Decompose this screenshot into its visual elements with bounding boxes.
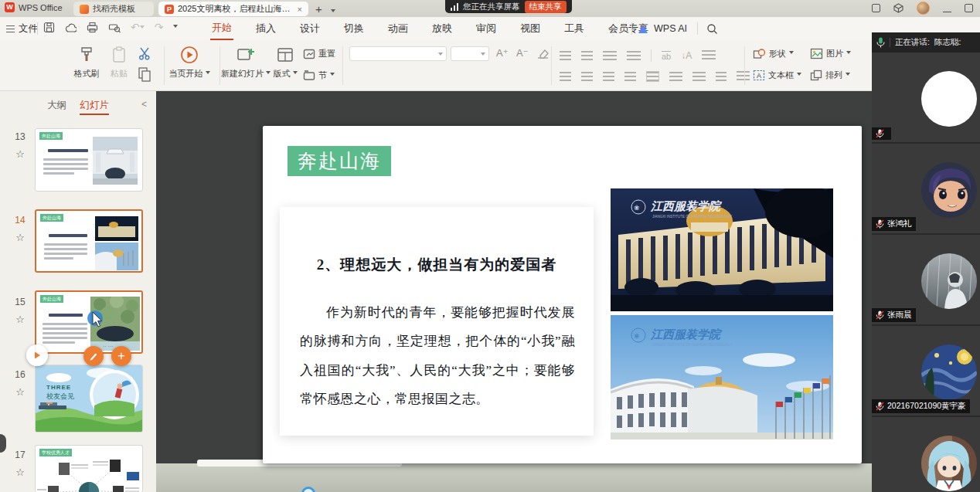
justify-icon[interactable]	[624, 72, 636, 81]
slide-14-star-icon[interactable]: ☆	[12, 232, 28, 243]
play-circle-icon	[180, 46, 199, 64]
close-tab-icon[interactable]: ×	[298, 5, 302, 14]
reset-label: 重置	[318, 48, 335, 59]
layout-button[interactable]: 版式	[267, 45, 303, 80]
align-right-icon[interactable]	[603, 72, 614, 81]
tab-tools[interactable]: 工具	[563, 18, 586, 39]
picture-icon	[810, 48, 823, 59]
wps-office-app-tab[interactable]: W WPS Office	[5, 2, 63, 12]
play-from-current-button[interactable]: 当页开始	[165, 45, 213, 80]
decrease-indent-icon[interactable]	[603, 51, 617, 60]
tab-animations[interactable]: 动画	[386, 18, 410, 39]
textbox-label: 文本框	[768, 70, 794, 81]
tab-home[interactable]: 开始	[210, 17, 233, 40]
tab-view[interactable]: 视图	[519, 18, 542, 39]
participant-tile[interactable]	[872, 417, 980, 492]
slide-13-thumbnail[interactable]: 奔赴山海	[35, 128, 143, 192]
participant-tile[interactable]	[872, 53, 980, 144]
slide-13-star-icon[interactable]: ☆	[12, 148, 28, 160]
search-icon[interactable]	[706, 23, 718, 35]
column-spacing-icon[interactable]	[692, 72, 706, 81]
account-avatar[interactable]	[917, 2, 930, 15]
cube-3d-icon[interactable]	[893, 3, 903, 13]
restore-layout-icon[interactable]	[872, 4, 880, 12]
numbered-list-icon[interactable]	[581, 51, 593, 60]
picture-button[interactable]: 图片	[810, 48, 851, 59]
outline-tab[interactable]: 大纲	[47, 100, 66, 110]
increase-indent-icon[interactable]	[627, 51, 641, 60]
add-slide-plus-button[interactable]: +	[111, 346, 131, 366]
current-slide[interactable]: 奔赴山海 2、理想远大，做担当有为的爱国者 作为新时代的青年，要能够把握时代发展…	[263, 126, 862, 463]
wps-ai-label[interactable]: WPS AI	[654, 23, 687, 34]
arrange-button[interactable]: 排列	[810, 70, 850, 81]
reset-button[interactable]: 重置	[303, 48, 335, 59]
participant-tile[interactable]: 202167021090黄宇豪	[872, 326, 980, 417]
slide-17-thumbnail[interactable]: 学校优秀人才	[35, 445, 143, 492]
cut-button[interactable]	[138, 46, 151, 63]
clear-format-button[interactable]	[536, 48, 550, 61]
slide-17-star-icon[interactable]: ☆	[12, 467, 28, 478]
align-left-icon[interactable]	[560, 72, 571, 81]
slide-17-number: 17	[11, 450, 29, 460]
undo-icon[interactable]: ↶	[131, 21, 145, 33]
section-button[interactable]: 节	[303, 70, 335, 81]
paste-button[interactable]: 粘贴	[106, 45, 132, 80]
participant-tile[interactable]: 张鸿礼	[872, 144, 980, 235]
line-spacing-icon[interactable]	[716, 72, 726, 81]
row-spacing-icon[interactable]	[669, 72, 682, 81]
maximize-button[interactable]	[965, 4, 973, 12]
copy-button[interactable]	[138, 66, 151, 84]
smartart-convert-icon[interactable]	[702, 50, 716, 61]
slide-text-card[interactable]: 2、理想远大，做担当有为的爱国者 作为新时代的青年，要能够把握时代发展的脉搏和方…	[280, 207, 594, 436]
align-center-icon[interactable]	[581, 72, 593, 81]
file-menu-button[interactable]: 文件	[6, 22, 38, 36]
participant-chip	[872, 127, 891, 140]
new-tab-button[interactable]: +	[315, 2, 322, 15]
participant-tile[interactable]: 张雨晨	[872, 235, 980, 326]
slide-15-star-icon[interactable]: ☆	[12, 314, 28, 325]
tab-review[interactable]: 审阅	[475, 18, 498, 39]
scissors-icon	[138, 46, 151, 60]
save-icon[interactable]	[43, 22, 55, 33]
text-direction-icon[interactable]: ab	[662, 51, 671, 61]
hamburger-icon	[6, 25, 15, 32]
format-painter-button[interactable]: 格式刷	[71, 45, 102, 80]
slide-14-thumbnail-selected[interactable]: 奔赴山海	[35, 209, 143, 273]
slide-16-star-icon[interactable]: ☆	[12, 386, 28, 398]
increase-font-button[interactable]: A⁺	[496, 47, 509, 59]
print-icon[interactable]	[87, 22, 98, 33]
end-share-button[interactable]: 结束共享	[525, 1, 567, 13]
slide-16-thumbnail[interactable]: THREE 校友会见	[35, 365, 143, 433]
tab-list-chevron-icon[interactable]	[331, 6, 335, 17]
screen-share-banner: 您正在共享屏幕 结束共享	[445, 0, 572, 13]
tab-design[interactable]: 设计	[298, 18, 322, 39]
distribute-icon[interactable]	[646, 71, 659, 82]
photo-campus-night[interactable]: ❀ 江西服装学院 JIANGXI INSTITUTE OF FASHION TE…	[611, 188, 833, 311]
collapse-panel-chevron[interactable]: <	[141, 99, 147, 110]
output-icon[interactable]	[65, 22, 77, 33]
paste-label: 粘贴	[111, 69, 128, 78]
tab-presentation-document[interactable]: P 2025文明离校，启程赴山海，校友 ×	[158, 2, 308, 16]
bullet-list-icon[interactable]	[560, 51, 571, 60]
thumbnail-play-button[interactable]	[26, 344, 48, 366]
shapes-button[interactable]: 形状	[753, 48, 794, 59]
tab-slideshow[interactable]: 放映	[430, 18, 454, 39]
tab-insert[interactable]: 插入	[254, 18, 277, 39]
font-size-select[interactable]	[451, 46, 489, 61]
decrease-font-button[interactable]: A⁻	[516, 47, 529, 59]
new-slide-button[interactable]: 新建幻灯片	[218, 45, 274, 80]
new-slide-label: 新建幻灯片	[221, 69, 264, 78]
paragraph-settings-icon[interactable]	[737, 71, 750, 82]
redo-icon[interactable]: ↷	[155, 21, 164, 33]
photo-campus-day[interactable]: ❀ 江西服装学院 JIANGXI INSTITUTE OF FASHION TE…	[611, 315, 833, 439]
font-name-select[interactable]	[349, 46, 447, 61]
tab-transitions[interactable]: 切换	[342, 18, 366, 39]
slides-tab[interactable]: 幻灯片	[80, 100, 109, 115]
minimize-button[interactable]	[943, 12, 951, 12]
customize-quickbar-chevron-icon[interactable]	[173, 25, 178, 30]
annotate-pen-button[interactable]	[83, 346, 104, 366]
vertical-text-icon[interactable]: ↓A	[681, 50, 692, 61]
textbox-button[interactable]: A 文本框	[753, 70, 801, 81]
tab-template-store[interactable]: 找稻壳模板	[73, 2, 154, 16]
print-preview-icon[interactable]	[108, 22, 121, 33]
